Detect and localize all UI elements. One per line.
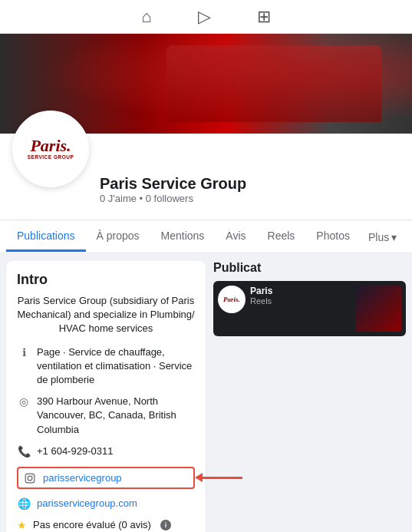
pub-avatar: Paris. (218, 286, 246, 313)
tab-publications[interactable]: Publications (6, 220, 86, 252)
website-link[interactable]: parisservicegroup.com (37, 497, 137, 511)
pub-name: Paris (250, 286, 351, 296)
rating-info-icon[interactable]: i (160, 520, 171, 530)
chevron-down-icon: ▾ (391, 231, 397, 243)
location-pin-icon: ◎ (17, 395, 31, 409)
intro-card: Intro Paris Service Group (subsidiary of… (6, 261, 206, 532)
tab-avis[interactable]: Avis (215, 220, 256, 252)
tab-photos[interactable]: Photos (305, 220, 361, 252)
menu-icon[interactable]: ⊞ (257, 7, 271, 27)
video-icon[interactable]: ▷ (198, 7, 211, 27)
intro-title: Intro (17, 272, 195, 288)
profile-section: Paris. SERVICE GROUP Paris Service Group… (0, 134, 412, 220)
tab-more[interactable]: Plus ▾ (361, 222, 404, 251)
svg-rect-0 (25, 474, 35, 483)
home-icon[interactable]: ⌂ (141, 7, 151, 27)
logo-paris-text: Paris. (30, 137, 71, 154)
tab-apropos[interactable]: À propos (86, 220, 150, 252)
intro-rating: ★ Pas encore évalué (0 avis) i (17, 519, 195, 531)
intro-address: ◎ 390 Harbour Avenue, North Vancouver, B… (17, 395, 195, 437)
tab-mentions[interactable]: Mentions (150, 220, 216, 252)
profile-name: Paris Service Group (100, 175, 246, 193)
avatar: Paris. SERVICE GROUP (12, 111, 89, 187)
tab-bar: Publications À propos Mentions Avis Reel… (0, 220, 412, 252)
publication-card[interactable]: Paris. Paris Reels (213, 281, 406, 336)
top-nav: ⌂ ▷ ⊞ (0, 0, 412, 34)
pub-logo-paris: Paris. (223, 296, 240, 303)
logo-sub-text: SERVICE GROUP (28, 154, 74, 160)
intro-phone: 📞 +1 604-929-0311 (17, 444, 195, 459)
instagram-row[interactable]: parisservicegroup (17, 467, 195, 489)
info-circle-icon: ℹ (17, 346, 31, 360)
main-content: Intro Paris Service Group (subsidiary of… (0, 252, 412, 532)
profile-info: Paris Service Group 0 J'aime • 0 followe… (100, 175, 246, 210)
svg-point-1 (28, 476, 32, 481)
publications-header: Publicat (213, 261, 406, 275)
instagram-handle[interactable]: parisservicegroup (43, 472, 122, 484)
svg-point-2 (32, 475, 33, 476)
globe-icon: 🌐 (17, 497, 31, 511)
profile-stats: 0 J'aime • 0 followers (100, 193, 246, 204)
pub-image (355, 286, 401, 332)
instagram-icon (23, 471, 37, 485)
intro-website: 🌐 parisservicegroup.com (17, 497, 195, 511)
pub-sub: Reels (250, 296, 351, 306)
publications-column: Publicat Paris. Paris Reels (213, 261, 406, 532)
star-icon: ★ (17, 519, 27, 531)
rating-text: Pas encore évalué (0 avis) (33, 519, 151, 530)
intro-page-type: ℹ Page · Service de chauffage, ventilati… (17, 345, 195, 388)
tab-reels[interactable]: Reels (257, 220, 306, 252)
phone-icon: 📞 (17, 445, 31, 459)
intro-description: Paris Service Group (subsidiary of Paris… (17, 294, 195, 336)
pub-info: Paris Reels (250, 286, 351, 306)
